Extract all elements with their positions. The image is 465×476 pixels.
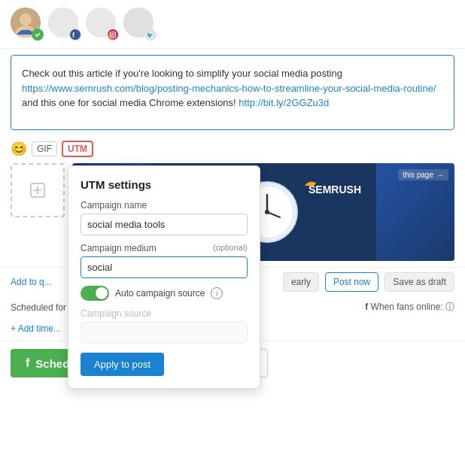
- check-badge: [32, 29, 44, 41]
- emoji-button[interactable]: 😊: [11, 141, 27, 157]
- post-text-line1: Check out this article if you're looking…: [22, 68, 342, 79]
- schedule-fb-icon: f: [26, 356, 29, 370]
- post-now-button[interactable]: Post now: [325, 272, 378, 292]
- fans-online-label: When fans online:: [371, 302, 443, 312]
- fb-fans-icon: f: [365, 302, 368, 312]
- gif-button[interactable]: GIF: [32, 141, 57, 156]
- tw-platform-badge: 🐦: [144, 29, 157, 41]
- campaign-source-input[interactable]: [81, 322, 248, 344]
- utm-toggle-row: Auto campaign source i: [81, 286, 248, 301]
- this-page-label: this page →: [398, 169, 448, 180]
- post-text-line2: and this one for social media Chrome ext…: [22, 97, 236, 108]
- auto-campaign-info-icon[interactable]: i: [211, 287, 223, 299]
- early-button[interactable]: early: [283, 272, 319, 292]
- add-time-button[interactable]: + Add time...: [11, 323, 61, 334]
- user-avatar[interactable]: [11, 8, 44, 41]
- page-wrapper: f 🐦: [0, 0, 465, 476]
- twitter-avatar[interactable]: 🐦: [123, 8, 157, 41]
- post-toolbar: 😊 GIF UTM: [0, 136, 465, 157]
- apply-to-post-button[interactable]: Apply to post: [81, 353, 164, 376]
- utm-button[interactable]: UTM: [62, 141, 93, 157]
- campaign-medium-label-row: Campaign medium (optional): [81, 243, 248, 253]
- campaign-medium-input[interactable]: [81, 256, 248, 278]
- auto-campaign-label: Auto campaign source: [115, 288, 205, 299]
- instagram-avatar[interactable]: [86, 8, 119, 41]
- fans-online-info: ⓘ: [445, 302, 454, 312]
- campaign-name-input[interactable]: [81, 214, 248, 235]
- save-draft-button[interactable]: Save as draft: [384, 272, 454, 292]
- ig-platform-badge: [107, 29, 119, 41]
- post-content-box[interactable]: Check out this article if you're looking…: [11, 55, 454, 130]
- add-to-queue-button[interactable]: Add to q...: [11, 277, 52, 287]
- post-link2[interactable]: http://bit.ly/2GGZu3d: [239, 97, 329, 108]
- svg-text:🐦: 🐦: [147, 32, 153, 38]
- campaign-medium-optional: (optional): [213, 243, 248, 253]
- svg-point-1: [20, 14, 32, 26]
- svg-rect-7: [111, 32, 116, 38]
- utm-modal: UTM settings Campaign name Campaign medi…: [68, 165, 260, 389]
- svg-point-28: [265, 210, 269, 214]
- toggle-knob: [96, 287, 108, 299]
- campaign-name-label-row: Campaign name: [81, 200, 248, 211]
- add-image-button[interactable]: [11, 163, 65, 217]
- facebook-avatar[interactable]: f: [48, 8, 81, 41]
- utm-modal-title: UTM settings: [81, 178, 248, 191]
- post-link1[interactable]: https://www.semrush.com/blog/posting-mec…: [22, 83, 436, 94]
- svg-text:f: f: [72, 32, 75, 38]
- post-text: Check out this article if you're looking…: [22, 66, 443, 111]
- scheduled-label: Scheduled for: [11, 302, 66, 313]
- auto-campaign-toggle[interactable]: [81, 286, 109, 301]
- fans-online-section: f When fans online: ⓘ: [365, 301, 454, 314]
- svg-point-8: [112, 34, 114, 36]
- campaign-medium-label: Campaign medium: [81, 243, 157, 253]
- campaign-source-label: Campaign source: [81, 308, 248, 319]
- campaign-name-label: Campaign name: [81, 200, 147, 211]
- avatar-row: f 🐦: [0, 0, 465, 49]
- svg-text:SEMRUSH: SEMRUSH: [308, 183, 361, 196]
- fb-platform-badge: f: [69, 29, 81, 41]
